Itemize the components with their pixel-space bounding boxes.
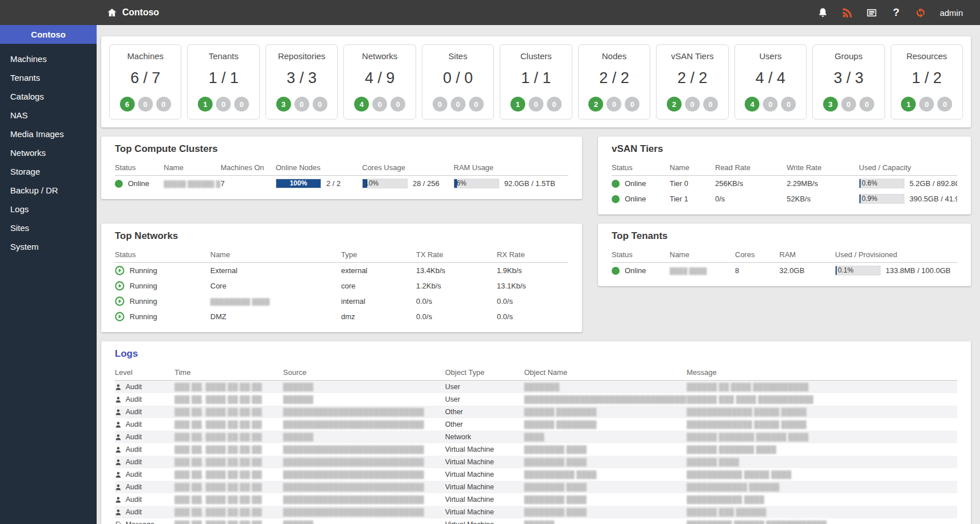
sidebar-item[interactable]: Logs [0, 200, 97, 218]
network-name: External [210, 263, 341, 279]
stat-card[interactable]: Sites 0 / 0 0 0 0 [422, 44, 494, 119]
table-row[interactable]: Online █████ ██████ ██ 7 100%2 / 2 10%28… [115, 176, 568, 192]
stat-card[interactable]: Nodes 2 / 2 2 0 0 [578, 44, 650, 119]
stat-card[interactable]: Groups 3 / 3 3 0 0 [812, 44, 885, 119]
sidebar-header-contoso[interactable]: Contoso [0, 25, 97, 44]
column-header: Used / Capacity [859, 160, 957, 176]
sidebar-item[interactable]: Catalogs [0, 87, 97, 106]
log-object-type: Virtual Machine [445, 506, 524, 518]
home-brand[interactable]: Contoso [107, 7, 159, 18]
table-row[interactable]: Online Tier 0 256KB/s 2.29MB/s 0.6%5.2GB… [612, 176, 957, 192]
refresh-icon[interactable] [915, 7, 926, 18]
stat-card[interactable]: Networks 4 / 9 4 0 0 [343, 44, 416, 119]
log-time: ███ ██, ████ ██:██:██ [175, 381, 283, 394]
status-badge: 0 [703, 97, 718, 112]
sidebar-items: Machines Tenants Catalogs NAS Media Imag… [0, 44, 97, 256]
table-row[interactable]: Running █████████ ████ internal 0.0/s 0.… [115, 294, 568, 309]
tx-rate: 1.2Kb/s [416, 278, 497, 294]
status-badge: 0 [859, 97, 874, 112]
sidebar-item[interactable]: Machines [0, 49, 97, 68]
log-source: ████████████████████████████ [283, 468, 445, 481]
table-row[interactable]: Running Core core 1.2Kb/s 13.1Kb/s [115, 278, 568, 294]
status-badge: 0 [685, 97, 700, 112]
help-icon[interactable]: ? [891, 7, 902, 18]
log-object-type: Virtual Machine [445, 456, 524, 468]
log-row[interactable]: Audit ███ ██, ████ ██:██:██ ████████████… [115, 468, 957, 481]
status-badge: 0 [607, 97, 621, 112]
stat-card[interactable]: Tenants 1 / 1 1 0 0 [187, 44, 259, 119]
online-status-icon [612, 195, 620, 203]
status-badge: 2 [667, 97, 682, 112]
stat-card-badges: 1 0 0 [894, 97, 960, 112]
log-level-label: Audit [126, 420, 142, 428]
running-play-icon [115, 312, 124, 321]
log-row[interactable]: Audit ███ ██, ████ ██:██:██ ██████ Netwo… [115, 431, 957, 443]
log-source: ██████ [283, 518, 445, 524]
log-object-name: ████████ ████ [524, 443, 687, 456]
table-row[interactable]: Online ████ ████ 8 32.0GB 0.1%133.8MB / … [612, 263, 957, 279]
column-header: Machines On [221, 160, 276, 176]
status-badge: 6 [120, 97, 135, 112]
stat-card[interactable]: Repositories 3 / 3 3 0 0 [265, 44, 338, 119]
rss-icon[interactable] [842, 7, 853, 18]
log-row[interactable]: Message ███ ██, ████ ██:██:██ ██████ Vir… [115, 518, 957, 524]
table-row[interactable]: Running External external 13.4Kb/s 1.9Kb… [115, 263, 568, 279]
stat-card[interactable]: Clusters 1 / 1 1 0 0 [500, 44, 572, 119]
stat-card[interactable]: vSAN Tiers 2 / 2 2 0 0 [656, 44, 728, 119]
stat-card[interactable]: Machines 6 / 7 6 0 0 [109, 44, 181, 119]
write-rate: 52KB/s [787, 191, 859, 207]
table-row[interactable]: Running DMZ dmz 0.0/s 0.0/s [115, 309, 568, 324]
log-object-type: Virtual Machine [445, 468, 524, 481]
status-badge: 0 [451, 97, 466, 112]
log-row[interactable]: Audit ███ ██, ████ ██:██:██ ████████████… [115, 443, 957, 456]
online-nodes-bar: 100% [276, 179, 321, 188]
sidebar-item[interactable]: Sites [0, 218, 97, 237]
log-row[interactable]: Audit ███ ██, ████ ██:██:██ ████████████… [115, 493, 957, 506]
stat-card[interactable]: Users 4 / 4 4 0 0 [734, 44, 807, 119]
stat-card-title: Sites [425, 51, 491, 61]
running-play-icon [115, 296, 124, 306]
top-networks-panel: Top Networks Status Name Type TX Rate RX… [101, 224, 582, 332]
log-row[interactable]: Audit ███ ██, ████ ██:██:██ ████████████… [115, 481, 957, 493]
read-rate: 0/s [715, 191, 787, 207]
user-menu[interactable]: admin [940, 8, 963, 18]
network-type: core [341, 278, 416, 294]
bell-icon[interactable] [817, 7, 828, 18]
status-badge: 4 [745, 97, 759, 112]
console-icon[interactable] [866, 7, 877, 18]
sidebar-item[interactable]: NAS [0, 106, 97, 125]
stat-card-title: Nodes [581, 51, 647, 61]
table-row[interactable]: Online Tier 1 0/s 52KB/s 0.9%390.5GB / 4… [612, 191, 957, 207]
sidebar-item[interactable]: Tenants [0, 68, 97, 87]
sidebar-item[interactable]: Networks [0, 143, 97, 162]
log-row[interactable]: Audit ███ ██, ████ ██:██:██ ████████████… [115, 506, 957, 518]
tx-rate: 0.0/s [416, 294, 497, 309]
sidebar-item[interactable]: Storage [0, 162, 97, 181]
sidebar-item[interactable]: System [0, 237, 97, 256]
status-badge: 0 [433, 97, 447, 112]
log-time: ███ ██, ████ ██:██:██ [175, 431, 283, 443]
sidebar-item[interactable]: Backup / DR [0, 181, 97, 200]
column-header: Name [670, 160, 715, 176]
log-row[interactable]: Audit ███ ██, ████ ██:██:██ ████████████… [115, 418, 957, 431]
stat-card-badges: 3 0 0 [815, 97, 882, 112]
tenant-cores: 8 [735, 263, 779, 279]
status-badge: 0 [937, 97, 952, 112]
tx-rate: 13.4Kb/s [416, 263, 497, 279]
log-source: ██████ [283, 381, 445, 394]
column-header: Type [341, 247, 416, 263]
used-capacity-bar: 0.6% [859, 179, 904, 188]
status-label: Online [625, 179, 646, 188]
log-source: ██████ [283, 431, 445, 443]
stat-card[interactable]: Resources 1 / 2 1 0 0 [891, 44, 963, 119]
logs-panel-title[interactable]: Logs [115, 348, 957, 360]
log-row[interactable]: Audit ███ ██, ████ ██:██:██ ████████████… [115, 456, 957, 468]
sidebar-item[interactable]: Media Images [0, 125, 97, 143]
log-row[interactable]: Audit ███ ██, ████ ██:██:██ ████████████… [115, 406, 957, 418]
log-row[interactable]: Audit ███ ██, ████ ██:██:██ ██████ User … [115, 393, 957, 406]
rx-rate: 1.9Kb/s [497, 263, 568, 279]
log-row[interactable]: Audit ███ ██, ████ ██:██:██ ██████ User … [115, 381, 957, 394]
status-label: Running [130, 312, 157, 321]
status-badge: 0 [294, 97, 309, 112]
stat-card-title: Tenants [190, 51, 256, 61]
